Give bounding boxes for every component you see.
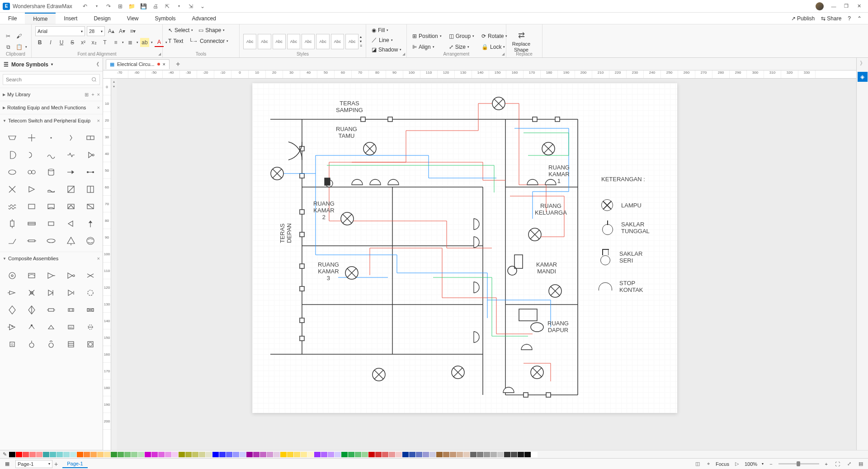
color-swatch[interactable] (151, 452, 158, 457)
color-swatch[interactable] (199, 452, 205, 457)
close-button[interactable]: ✕ (853, 2, 865, 11)
shape-telecom-34[interactable] (61, 233, 80, 249)
shape-telecom-8[interactable] (42, 147, 61, 163)
menu-advanced[interactable]: Advanced (184, 13, 224, 24)
shape-telecom-4[interactable] (61, 130, 80, 146)
shape-comp-7[interactable] (22, 285, 41, 301)
color-swatch[interactable] (124, 452, 131, 457)
color-swatch[interactable] (179, 452, 185, 457)
shape-telecom-6[interactable] (3, 147, 21, 163)
symbols-panel-header[interactable]: ☰ More Symbols▾ 《 (0, 58, 103, 71)
export-dropdown[interactable]: ▾ (175, 3, 183, 10)
menu-insert[interactable]: Insert (56, 13, 85, 24)
style-item[interactable]: Abc (273, 34, 286, 49)
color-swatch[interactable] (423, 452, 429, 457)
color-swatch[interactable] (70, 452, 76, 457)
grow-font-button[interactable]: A▴ (107, 27, 116, 36)
shape-comp-19[interactable]: 0/1 (61, 319, 80, 335)
shape-comp-5[interactable] (81, 267, 100, 284)
font-name-select[interactable]: Arial▾ (35, 26, 85, 36)
shape-comp-24[interactable] (61, 336, 80, 352)
tab-close-icon[interactable]: × (163, 61, 165, 67)
redo-button[interactable]: ↷ (105, 3, 112, 10)
shape-comp-13[interactable] (42, 302, 61, 318)
color-swatch[interactable] (253, 452, 259, 457)
replace-shape-button[interactable]: ⇄Replace Shape (510, 29, 533, 53)
composite-section-header[interactable]: ▼Composite Assemblies × (0, 252, 103, 265)
color-swatch[interactable] (16, 452, 22, 457)
shape-comp-18[interactable] (42, 319, 61, 335)
shape-comp-3[interactable] (42, 267, 61, 284)
qat-more[interactable]: ⌄ (199, 3, 206, 10)
shape-telecom-1[interactable] (3, 130, 21, 146)
color-swatch[interactable] (341, 452, 348, 457)
add-page-button[interactable]: + (54, 460, 58, 468)
color-swatch[interactable] (29, 452, 36, 457)
shape-comp-23[interactable] (42, 336, 61, 352)
shape-comp-6[interactable] (3, 285, 21, 301)
style-item[interactable]: Abc (302, 34, 315, 49)
panel-collapse-button[interactable]: 《 (94, 61, 99, 68)
color-swatch[interactable] (145, 452, 151, 457)
pages-view-button[interactable]: ▤ (857, 461, 864, 467)
paste-button[interactable]: 📋 (14, 42, 24, 52)
symbol-search-input[interactable] (3, 74, 100, 85)
color-swatch[interactable] (158, 452, 165, 457)
strike-button[interactable]: S (68, 38, 77, 47)
color-swatch[interactable] (511, 452, 517, 457)
shape-comp-9[interactable] (61, 285, 80, 301)
text-tool[interactable]: TText (166, 37, 185, 45)
undo-button[interactable]: ↶ (81, 3, 89, 10)
import-button[interactable]: ⇲ (187, 3, 194, 10)
color-swatch[interactable] (172, 452, 178, 457)
shape-telecom-11[interactable] (3, 164, 21, 180)
color-swatch[interactable] (90, 452, 97, 457)
color-swatch[interactable] (328, 452, 334, 457)
scroll-up[interactable]: ▴ (113, 80, 115, 84)
rotating-section-header[interactable]: ▶Rotating Equip and Mech Functions × (0, 101, 103, 114)
zoom-slider[interactable] (778, 463, 819, 464)
color-swatch[interactable] (287, 452, 293, 457)
line-button[interactable]: ／Line▾ (370, 35, 395, 45)
shape-telecom-7[interactable] (22, 147, 41, 163)
shape-format-launcher[interactable]: ◢ (402, 52, 405, 56)
shape-comp-10[interactable] (81, 285, 100, 301)
page-layout-icon[interactable]: ▦ (4, 461, 11, 467)
color-swatch[interactable] (348, 452, 354, 457)
copy-button[interactable]: ⧉ (4, 42, 13, 52)
shape-comp-20[interactable] (81, 319, 100, 335)
color-swatch[interactable] (491, 452, 497, 457)
rotate-button[interactable]: ⟳Rotate▾ (480, 32, 509, 40)
color-swatch[interactable] (274, 452, 280, 457)
align-button[interactable]: ⊫Align▾ (410, 43, 443, 51)
shape-comp-14[interactable] (61, 302, 80, 318)
mylib-add-icon[interactable]: + (91, 92, 94, 98)
shape-comp-12[interactable] (22, 302, 41, 318)
color-swatch[interactable] (192, 452, 198, 457)
style-item[interactable]: Abc (345, 34, 359, 49)
fit-page-button[interactable]: ⛶ (834, 461, 841, 467)
mylibrary-section-header[interactable]: ▶My Library ⊞+× (0, 88, 103, 101)
shape-telecom-17[interactable] (22, 181, 41, 197)
layers-icon[interactable]: ◫ (694, 461, 701, 467)
shape-telecom-12[interactable] (22, 164, 41, 180)
shape-telecom-21[interactable] (3, 198, 21, 215)
right-tool-button[interactable]: ◈ (858, 72, 868, 82)
color-swatch[interactable] (463, 452, 470, 457)
format-painter-button[interactable]: 🖌 (14, 32, 24, 41)
play-icon[interactable]: ▷ (734, 461, 740, 467)
shape-telecom-24[interactable] (61, 198, 80, 215)
shape-comp-11[interactable] (3, 302, 21, 318)
shape-comp-25[interactable] (81, 336, 100, 352)
bold-button[interactable]: B (35, 38, 44, 47)
mylib-close-icon[interactable]: × (97, 92, 100, 98)
color-swatch[interactable] (219, 452, 226, 457)
open-button[interactable]: 📁 (128, 3, 136, 10)
publish-button[interactable]: ↗Publish (789, 15, 816, 22)
shape-telecom-10[interactable] (81, 147, 100, 163)
shape-telecom-18[interactable] (42, 181, 61, 197)
color-swatch[interactable] (484, 452, 490, 457)
mylib-grid-icon[interactable]: ⊞ (85, 92, 89, 98)
cut-button[interactable]: ✂ (4, 32, 13, 41)
color-swatch[interactable] (416, 452, 422, 457)
